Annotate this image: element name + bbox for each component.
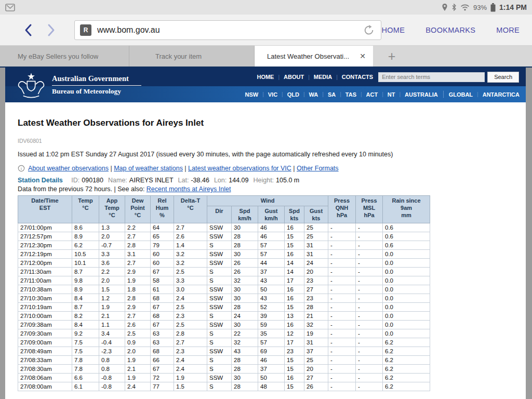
station-field-label: Lat: [178,177,189,184]
state-nav-antarctica[interactable]: ANTARCTICA [483,91,520,98]
obs-cell: 3.3 [174,276,207,285]
obs-cell: 6.2 [72,241,99,250]
new-tab-button[interactable]: + [380,46,403,66]
obs-cell: - [356,241,383,250]
obs-cell: 6.2 [383,338,430,347]
nav-separator: | [336,74,338,80]
observations-table-body: 27/01:00pm8.61.32.2642.7SSW30461625--0.6… [18,223,430,391]
info-icon: i [18,165,25,172]
obs-cell: 32 [232,276,258,285]
obs-cell: 30 [232,294,258,303]
state-nav-nsw[interactable]: NSW [245,91,258,98]
obs-cell: - [356,356,383,365]
obs-cell: 20 [304,268,328,276]
state-nav-wa[interactable]: WA [309,91,318,98]
obs-cell: 67 [151,303,174,312]
reload-button[interactable] [362,24,376,36]
tab-inactive[interactable]: My eBay Sellers you follow [0,46,129,66]
obs-cell: 67 [151,321,174,329]
station-details-label: Station Details [18,177,63,184]
back-icon [23,23,34,37]
column-header: Date/Time EST [18,196,72,223]
page-link[interactable]: Other Formats [297,165,339,172]
tab-close-icon[interactable]: ✕ [360,52,366,60]
obs-cell: - [356,374,383,382]
obs-cell: 32 [232,338,258,347]
status-bar: 93% 1:14 PM [0,0,532,15]
station-field-label: ID: [71,177,79,184]
obs-cell: 19 [304,329,328,338]
obs-cell: 27/08:06am [18,374,72,382]
obs-cell: - [328,312,356,321]
site-search-button[interactable]: Search [487,72,519,83]
browser-action-bookmarks[interactable]: BOOKMARKS [425,26,475,34]
obs-cell: SSW [207,250,232,259]
obs-cell: SSW [207,285,232,294]
obs-cell: 37 [258,268,285,276]
obs-cell: 1.8 [125,285,151,294]
obs-cell: 24 [304,259,328,268]
page-link[interactable]: About weather observations [28,165,109,172]
site-search-input[interactable] [378,72,485,82]
tab-active[interactable]: Latest Weather Observati...✕ [255,46,373,66]
obs-cell: 27/08:33am [18,356,72,365]
utility-nav-contacts[interactable]: CONTACTS [342,74,373,80]
obs-cell: 68 [151,294,174,303]
obs-cell: 30 [232,223,258,232]
obs-cell: SSW [207,259,232,268]
obs-cell: 27/01:00pm [18,223,72,232]
station-field-value: 090180 [82,177,103,184]
state-nav-global[interactable]: GLOBAL [449,91,473,98]
clock: 1:14 PM [499,3,527,11]
obs-cell: 7.5 [72,347,99,356]
obs-cell: 27/08:00am [18,382,72,391]
obs-cell: - [328,285,356,294]
obs-cell: 9.8 [72,276,99,285]
obs-cell: 27/09:00am [18,338,72,347]
back-button[interactable] [20,21,37,39]
utility-nav-about[interactable]: ABOUT [284,74,304,80]
column-header: App Temp °C [99,196,125,223]
obs-cell: 25 [304,232,328,241]
obs-cell: 8.2 [72,312,99,321]
obs-cell: 1.4 [174,241,207,250]
state-nav-act[interactable]: ACT [366,91,378,98]
obs-cell: 43 [258,276,285,285]
browser-action-home[interactable]: HOME [381,26,405,34]
address-bar[interactable]: R [74,20,381,40]
obs-cell: 0.8 [99,365,125,374]
page-link[interactable]: Latest weather observations for VIC [188,165,291,172]
url-input[interactable] [97,25,362,35]
gmail-notification-icon [5,4,15,11]
utility-nav-media[interactable]: MEDIA [314,74,332,80]
obs-cell: 2.8 [125,294,151,303]
obs-cell: 27/11:00am [18,276,72,285]
obs-cell: 0.6 [383,241,430,250]
column-header: Press MSL hPa [356,196,383,223]
obs-cell: - [356,276,383,285]
obs-cell: S [207,356,232,365]
logo-government-line: Australian Government [52,74,141,83]
obs-cell: S [207,268,232,276]
state-nav-qld[interactable]: QLD [287,91,299,98]
state-nav-sa[interactable]: SA [328,91,336,98]
battery-percent: 93% [473,4,487,11]
utility-nav-home[interactable]: HOME [257,74,274,80]
state-nav-nt[interactable]: NT [388,91,395,98]
obs-cell: 8.6 [72,223,99,232]
obs-cell: 30 [232,321,258,329]
obs-cell: 57 [258,250,285,259]
state-nav-australia[interactable]: AUSTRALIA [405,91,438,98]
recent-months-link[interactable]: Recent months at Aireys Inlet [147,185,231,193]
obs-cell: 1.9 [174,374,207,382]
station-field-value: AIREYS INLET [129,177,174,184]
state-nav-vic[interactable]: VIC [268,91,277,98]
state-nav-tas[interactable]: TAS [345,91,356,98]
tab-inactive[interactable]: Track your item [129,46,255,66]
forward-button[interactable] [43,21,60,39]
page-link[interactable]: Map of weather stations [114,165,183,172]
browser-action-more[interactable]: MORE [496,26,520,34]
station-field-label: Height: [253,177,274,184]
obs-cell: - [356,338,383,347]
nav-separator: | [382,91,383,97]
